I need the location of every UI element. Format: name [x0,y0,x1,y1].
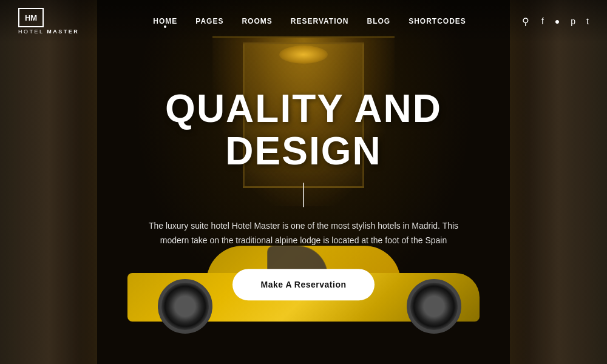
nav-item-shortcodes[interactable]: SHORTCODES [409,17,466,25]
search-icon[interactable]: ⚲ [522,16,529,27]
nav-item-blog[interactable]: BLOG [367,17,390,25]
hero-divider [303,183,304,207]
twitter-icon[interactable]: t [586,16,589,26]
make-reservation-button[interactable]: Make A Reservation [232,269,374,301]
social-links: f ● p t [541,16,589,26]
nav-item-rooms[interactable]: ROOMS [242,17,272,25]
hero-section: HM HOTEL MASTER HOME PAGES ROOMS RESERVA… [0,0,607,364]
instagram-icon[interactable]: ● [555,16,560,26]
logo[interactable]: HM HOTEL MASTER [18,8,79,35]
logo-icon: HM [18,8,44,27]
column-left [0,0,97,364]
column-right [510,0,607,364]
nav-item-pages[interactable]: PAGES [195,17,223,25]
navbar: HM HOTEL MASTER HOME PAGES ROOMS RESERVA… [0,0,607,42]
pinterest-icon[interactable]: p [571,16,575,26]
nav-item-reservation[interactable]: RESERVATION [291,17,349,25]
facebook-icon[interactable]: f [541,16,544,26]
hero-title: QUALITY AND DESIGN [91,87,516,173]
chandelier [279,46,328,64]
logo-text: HOTEL MASTER [18,29,79,35]
hero-content: QUALITY AND DESIGN The luxury suite hote… [91,87,516,300]
hero-subtitle: The luxury suite hotel Hotel Master is o… [134,219,473,248]
nav-menu: HOME PAGES ROOMS RESERVATION BLOG SHORTC… [103,17,516,25]
nav-item-home[interactable]: HOME [153,17,177,25]
